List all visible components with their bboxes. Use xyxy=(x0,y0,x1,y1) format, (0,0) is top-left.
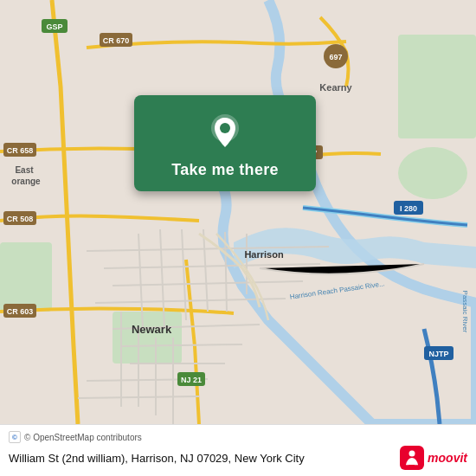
location-card[interactable]: Take me there xyxy=(134,95,316,191)
svg-rect-1 xyxy=(398,35,476,138)
address-row: William St (2nd william), Harrison, NJ 0… xyxy=(9,446,467,470)
moovit-icon xyxy=(400,446,424,470)
svg-text:NJ 21: NJ 21 xyxy=(181,376,202,384)
svg-point-4 xyxy=(398,147,467,199)
moovit-text: moovit xyxy=(428,451,467,465)
svg-text:CR 508: CR 508 xyxy=(7,215,34,223)
svg-rect-2 xyxy=(0,242,52,312)
map-container: GSP CR 670 697 Kearny CR 658 507 East or… xyxy=(0,0,476,424)
svg-text:East: East xyxy=(15,165,34,175)
map-pin-icon xyxy=(204,111,246,152)
svg-text:Kearny: Kearny xyxy=(319,82,352,93)
svg-text:orange: orange xyxy=(11,177,41,186)
address-text: William St (2nd william), Harrison, NJ 0… xyxy=(9,452,400,465)
svg-point-52 xyxy=(220,123,230,133)
svg-rect-3 xyxy=(113,312,182,363)
svg-text:697: 697 xyxy=(329,53,342,61)
moovit-logo: moovit xyxy=(400,446,467,470)
svg-text:CR 603: CR 603 xyxy=(7,307,34,316)
osm-credit: © © OpenStreetMap contributors xyxy=(9,431,467,443)
svg-text:I 280: I 280 xyxy=(400,204,417,213)
svg-text:CR 670: CR 670 xyxy=(103,36,130,45)
svg-text:NJTP: NJTP xyxy=(428,350,448,358)
osm-credit-text: © OpenStreetMap contributors xyxy=(24,433,142,442)
svg-point-54 xyxy=(409,451,415,457)
osm-logo-icon: © xyxy=(9,431,21,443)
take-me-there-button[interactable]: Take me there xyxy=(171,161,279,179)
svg-text:CR 658: CR 658 xyxy=(7,146,34,155)
svg-text:Newark: Newark xyxy=(132,323,172,336)
svg-text:Harrison: Harrison xyxy=(244,249,284,260)
svg-text:GSP: GSP xyxy=(46,23,62,31)
svg-text:Passaic River: Passaic River xyxy=(461,291,469,333)
bottom-bar: © © OpenStreetMap contributors William S… xyxy=(0,424,476,476)
